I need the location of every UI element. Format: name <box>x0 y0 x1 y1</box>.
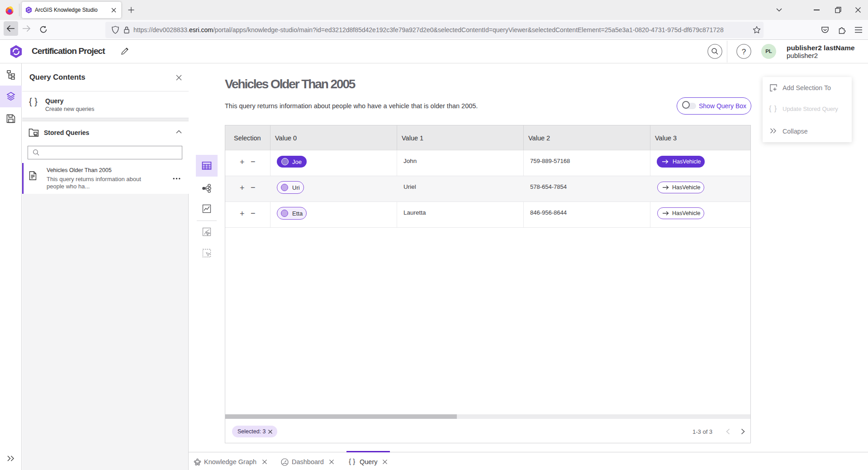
svg-text:?: ? <box>742 48 746 56</box>
